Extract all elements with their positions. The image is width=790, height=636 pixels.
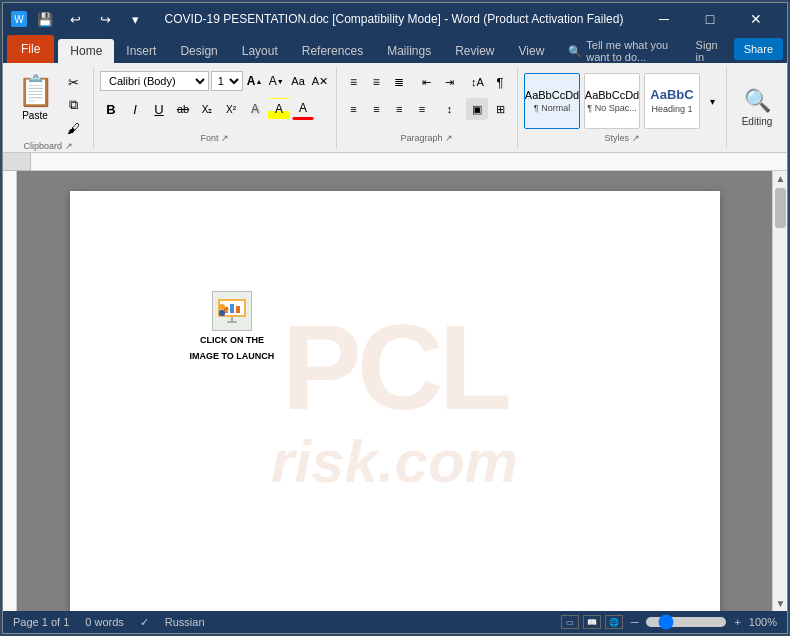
- tab-mailings[interactable]: Mailings: [375, 39, 443, 63]
- zoom-minus[interactable]: ─: [631, 616, 639, 628]
- clipboard-group-content: 📋 Paste ✂ ⧉ 🖌: [11, 71, 85, 139]
- paragraph-align-row: ≡ ≡ ≡ ≡ ↕ ▣ ⊞: [343, 98, 511, 120]
- svg-rect-3: [230, 304, 234, 313]
- presentation-icon-image[interactable]: [212, 291, 252, 331]
- shading-btn[interactable]: ▣: [466, 98, 488, 120]
- font-size-selector[interactable]: 11: [211, 71, 243, 91]
- document-scroll[interactable]: PCL risk.com: [17, 171, 772, 611]
- share-button[interactable]: Share: [734, 38, 783, 60]
- tab-design[interactable]: Design: [168, 39, 229, 63]
- web-layout-btn[interactable]: 🌐: [605, 615, 623, 629]
- document-content: CLICK ON THE IMAGE TO LAUNCH: [110, 231, 680, 362]
- sign-in-btn[interactable]: Sign in: [684, 39, 730, 63]
- ruler-corner: [3, 153, 31, 171]
- customize-qat-btn[interactable]: ▾: [123, 8, 147, 30]
- multilevel-list-btn[interactable]: ≣: [388, 71, 410, 93]
- cut-btn[interactable]: ✂: [61, 71, 85, 93]
- redo-btn[interactable]: ↪: [93, 8, 117, 30]
- italic-btn[interactable]: I: [124, 98, 146, 120]
- style-no-spacing-label: ¶ No Spac...: [587, 103, 636, 114]
- bullets-btn[interactable]: ≡: [343, 71, 365, 93]
- styles-group: AaBbCcDd ¶ Normal AaBbCcDd ¶ No Spac... …: [518, 67, 727, 148]
- maximize-btn[interactable]: □: [687, 3, 733, 35]
- paste-label: Paste: [22, 110, 48, 121]
- superscript-btn[interactable]: X²: [220, 98, 242, 120]
- ribbon-content: 📋 Paste ✂ ⧉ 🖌 Clipboard ↗ Calibri (Body): [3, 63, 787, 153]
- font-group-label: Font ↗: [201, 131, 230, 144]
- title-bar-left: W 💾 ↩ ↪ ▾: [11, 8, 147, 30]
- status-right-area: ▭ 📖 🌐 ─ + 100%: [561, 615, 777, 629]
- format-painter-btn[interactable]: 🖌: [61, 117, 85, 139]
- editing-group: 🔍 Editing: [727, 67, 787, 148]
- clear-formatting-btn[interactable]: A✕: [310, 71, 330, 91]
- close-btn[interactable]: ✕: [733, 3, 779, 35]
- subscript-btn[interactable]: X₂: [196, 98, 218, 120]
- style-heading1[interactable]: AaBbC Heading 1: [644, 73, 700, 129]
- text-effects-btn[interactable]: A: [244, 98, 266, 120]
- tab-file[interactable]: File: [7, 35, 54, 63]
- save-quick-btn[interactable]: 💾: [33, 8, 57, 30]
- font-shrink-btn[interactable]: A▼: [266, 71, 286, 91]
- style-normal[interactable]: AaBbCcDd ¶ Normal: [524, 73, 580, 129]
- numbered-list-btn[interactable]: ≡: [365, 71, 387, 93]
- font-grow-btn[interactable]: A▲: [245, 71, 265, 91]
- read-mode-btn[interactable]: 📖: [583, 615, 601, 629]
- caption-line1: CLICK ON THE: [200, 335, 264, 347]
- svg-point-7: [219, 304, 225, 310]
- cut-copy-area: ✂ ⧉ 🖌: [61, 71, 85, 139]
- paste-button[interactable]: 📋 Paste: [11, 71, 59, 123]
- borders-btn[interactable]: ⊞: [489, 98, 511, 120]
- editing-icon: 🔍: [744, 88, 771, 114]
- scroll-down-btn[interactable]: ▼: [773, 596, 787, 611]
- tab-insert[interactable]: Insert: [114, 39, 168, 63]
- decrease-indent-btn[interactable]: ⇤: [416, 71, 438, 93]
- vertical-scrollbar[interactable]: ▲ ▼: [772, 171, 787, 611]
- svg-rect-5: [231, 317, 233, 321]
- language-indicator[interactable]: Russian: [165, 616, 205, 628]
- zoom-percentage[interactable]: 100%: [749, 616, 777, 628]
- change-case-btn[interactable]: Aa: [288, 71, 308, 91]
- style-normal-label: ¶ Normal: [534, 103, 570, 114]
- line-spacing-btn[interactable]: ↕: [439, 98, 461, 120]
- justify-btn[interactable]: ≡: [411, 98, 433, 120]
- ruler-area: [3, 153, 787, 171]
- align-right-btn[interactable]: ≡: [388, 98, 410, 120]
- tab-layout[interactable]: Layout: [230, 39, 290, 63]
- zoom-plus[interactable]: +: [734, 616, 740, 628]
- text-highlight-btn[interactable]: A: [268, 98, 290, 120]
- svg-rect-6: [227, 321, 237, 323]
- styles-more-btn[interactable]: ▾: [704, 73, 720, 129]
- tab-references[interactable]: References: [290, 39, 375, 63]
- show-formatting-btn[interactable]: ¶: [489, 71, 511, 93]
- window-title: COVID-19 PESENTATION.doc [Compatibility …: [147, 12, 641, 26]
- pres-icon-svg: [214, 293, 250, 329]
- sort-btn[interactable]: ↕A: [466, 71, 488, 93]
- zoom-slider[interactable]: [646, 617, 726, 627]
- minimize-btn[interactable]: ─: [641, 3, 687, 35]
- font-color-btn[interactable]: A: [292, 98, 314, 120]
- copy-btn[interactable]: ⧉: [61, 94, 85, 116]
- print-layout-btn[interactable]: ▭: [561, 615, 579, 629]
- font-name-selector[interactable]: Calibri (Body): [100, 71, 209, 91]
- paragraph-group-label: Paragraph ↗: [401, 131, 454, 144]
- undo-btn[interactable]: ↩: [63, 8, 87, 30]
- align-center-btn[interactable]: ≡: [365, 98, 387, 120]
- presentation-icon-block[interactable]: CLICK ON THE IMAGE TO LAUNCH: [190, 291, 275, 362]
- scroll-thumb[interactable]: [775, 188, 786, 228]
- scroll-up-btn[interactable]: ▲: [773, 171, 787, 186]
- ribbon-tab-bar: File Home Insert Design Layout Reference…: [3, 35, 787, 63]
- increase-indent-btn[interactable]: ⇥: [439, 71, 461, 93]
- style-no-spacing[interactable]: AaBbCcDd ¶ No Spac...: [584, 73, 640, 129]
- strikethrough-btn[interactable]: ab: [172, 98, 194, 120]
- align-left-btn[interactable]: ≡: [343, 98, 365, 120]
- style-no-spacing-preview: AaBbCcDd: [585, 89, 639, 101]
- tell-me-text: Tell me what you want to do...: [586, 39, 671, 63]
- tell-me-field[interactable]: 🔍 Tell me what you want to do...: [556, 39, 683, 63]
- tab-review[interactable]: Review: [443, 39, 506, 63]
- style-heading1-label: Heading 1: [651, 104, 692, 115]
- underline-btn[interactable]: U: [148, 98, 170, 120]
- styles-group-label: Styles ↗: [604, 131, 639, 144]
- bold-btn[interactable]: B: [100, 98, 122, 120]
- tab-view[interactable]: View: [507, 39, 557, 63]
- tab-home[interactable]: Home: [58, 39, 114, 63]
